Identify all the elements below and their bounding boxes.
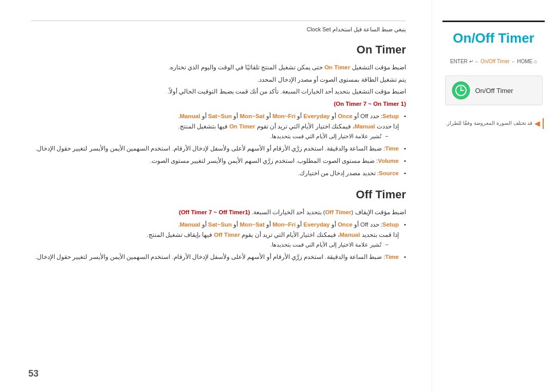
on-timer-intro3: اضبط مؤقت التشغيل بتحديد أحد الخيارات ال… (31, 87, 406, 97)
top-divider (31, 21, 406, 21)
on-timer-intro1: اضبط مؤقت التشغيل On Timer حتى يمكن تشغي… (31, 63, 406, 73)
sidebar: On/Off Timer ENTER ↵ ← On/Off Timer ← HO… (432, 0, 555, 392)
on-timer-intro3-sub: (On Timer 7 ~ On Timer 1) (31, 99, 406, 109)
sidebar-page-title: On/Off Timer (453, 30, 534, 47)
svg-point-4 (460, 90, 461, 91)
clock-set-note: ينبغي ضبط الساعة قبل استخدام Clock Set (31, 26, 406, 33)
off-timer-title: Off Timer (31, 188, 406, 201)
on-timer-setup-bullet: Setup: حدد Off أو Once أو Everyday أو Mo… (31, 111, 406, 141)
timer-icon (452, 81, 470, 100)
sidebar-note-text: قد تختلف الصورة المعروضة وفقًا للطراز. (446, 120, 533, 126)
off-timer-time-bullet: Time: ضبط الساعة والدقيقة. استخدم زرَّي … (31, 252, 406, 262)
breadcrumb-arrow1: ← (474, 59, 480, 64)
on-timer-bullets: Setup: حدد Off أو Once أو Everyday أو Mo… (31, 111, 406, 178)
off-timer-section: Off Timer اضبط مؤقت الإيقاف (Off Timer) … (31, 188, 406, 263)
off-timer-body: اضبط مؤقت الإيقاف (Off Timer) بتحديد أحد… (31, 208, 406, 218)
breadcrumb-onoff: On/Off Timer (480, 59, 510, 64)
on-timer-title: On Timer (31, 43, 406, 57)
breadcrumb-enter: ENTER ↵ (450, 59, 473, 64)
breadcrumb-arrow2: ← (511, 59, 517, 64)
on-timer-source-bullet: Source: تحديد مصدر إدخال من اختيارك. (31, 168, 406, 178)
sidebar-note: ◀ قد تختلف الصورة المعروضة وفقًا للطراز. (443, 118, 544, 129)
on-timer-setup-sub: تُشير علامة الاختيار إلى الأيام التي قمت… (31, 132, 399, 141)
main-content: ينبغي ضبط الساعة قبل استخدام Clock Set O… (0, 0, 432, 392)
off-timer-setup-sub: تُشير علامة الاختيار إلى الأيام التي قمت… (31, 240, 399, 250)
on-timer-setup-detail: إذا حددت Manual، فيمكنك اختيار الأيام ال… (31, 121, 399, 132)
off-timer-setup-detail: إذا قمت بتحديد Manual، فيمكنك اختيار الأ… (31, 230, 399, 240)
off-timer-intro1: اضبط مؤقت الإيقاف (Off Timer) بتحديد أحد… (31, 208, 406, 218)
on-timer-time-bullet: Time: ضبط الساعة والدقيقة. استخدم زرَّي … (31, 143, 406, 154)
sidebar-top-line (442, 21, 545, 22)
off-timer-setup-bullet: Setup: حدد Off أو Once أو Everyday أو Mo… (31, 219, 406, 250)
on-timer-intro2: يتم تشغيل الطاقة بمستوى الصوت أو مصدر ال… (31, 75, 406, 85)
on-timer-body: اضبط مؤقت التشغيل On Timer حتى يمكن تشغي… (31, 63, 406, 109)
on-timer-volume-bullet: Volume: ضبط مستوى الصوت المطلوب. استخدم … (31, 156, 406, 166)
page-number: 53 (28, 368, 39, 379)
on-timer-highlight: On Timer (324, 64, 350, 70)
clock-set-text: ينبغي ضبط الساعة قبل استخدام Clock Set (307, 26, 406, 32)
timer-widget: On/Off Timer (445, 76, 543, 105)
sidebar-note-dot: ◀ (532, 119, 540, 127)
page-container: ينبغي ضبط الساعة قبل استخدام Clock Set O… (0, 0, 555, 392)
breadcrumb-home: HOME ⌂ (517, 59, 537, 64)
timer-widget-label: On/Off Timer (475, 87, 513, 95)
breadcrumb: ENTER ↵ ← On/Off Timer ← HOME ⌂ (450, 58, 537, 66)
off-timer-bullets: Setup: حدد Off أو Once أو Everyday أو Mo… (31, 219, 406, 262)
